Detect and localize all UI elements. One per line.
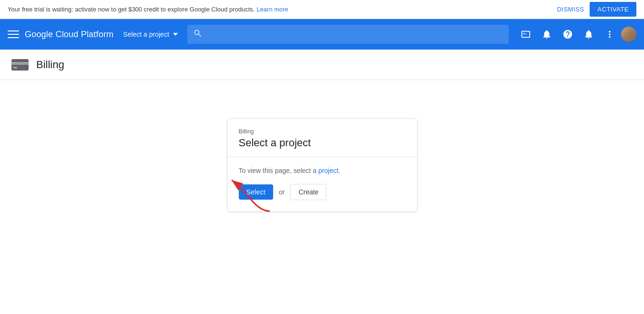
trial-banner-message: Your free trial is waiting: activate now… bbox=[8, 6, 288, 13]
card-message: To view this page, select a project. bbox=[239, 167, 406, 174]
trial-banner-actions: DISMISS ACTIVATE bbox=[557, 2, 636, 17]
alert-icon[interactable] bbox=[537, 25, 556, 44]
trial-banner: Your free trial is waiting: activate now… bbox=[0, 0, 644, 19]
project-selector[interactable]: Select a project bbox=[119, 29, 182, 40]
trial-message-text: Your free trial is waiting: activate now… bbox=[8, 6, 255, 13]
page-header: Billing bbox=[0, 50, 644, 80]
card-title: Select a project bbox=[239, 137, 406, 149]
avatar[interactable] bbox=[621, 27, 636, 42]
nav-right bbox=[516, 25, 636, 44]
card-body: To view this page, select a project. Sel… bbox=[227, 157, 417, 212]
message-suffix: . bbox=[338, 167, 340, 174]
page-title: Billing bbox=[36, 59, 64, 71]
cloud-shell-icon[interactable] bbox=[516, 25, 535, 44]
project-link[interactable]: project bbox=[318, 167, 338, 174]
nav-left: Google Cloud Platform Select a project bbox=[8, 25, 509, 44]
card-actions: Select or Create bbox=[239, 184, 406, 200]
select-project-card: Billing Select a project To view this pa… bbox=[227, 118, 418, 212]
app-logo: Google Cloud Platform bbox=[25, 30, 113, 40]
select-button[interactable]: Select bbox=[239, 184, 273, 200]
search-icon bbox=[193, 29, 203, 40]
menu-icon[interactable] bbox=[8, 29, 19, 40]
dismiss-button[interactable]: DISMISS bbox=[557, 6, 584, 13]
message-prefix: To view this page, select a bbox=[239, 167, 317, 174]
project-selector-label: Select a project bbox=[123, 30, 169, 38]
billing-icon bbox=[11, 59, 29, 71]
or-text: or bbox=[279, 188, 285, 196]
card-header: Billing Select a project bbox=[227, 119, 417, 157]
chevron-down-icon bbox=[173, 33, 178, 36]
main-content: Billing Select a project To view this pa… bbox=[0, 80, 644, 212]
activate-button[interactable]: ACTIVATE bbox=[590, 2, 636, 17]
learn-more-link[interactable]: Learn more bbox=[256, 6, 288, 13]
search-bar bbox=[187, 25, 509, 44]
top-nav: Google Cloud Platform Select a project bbox=[0, 19, 644, 50]
notifications-icon[interactable] bbox=[579, 25, 598, 44]
search-input[interactable] bbox=[187, 25, 509, 44]
help-icon[interactable] bbox=[558, 25, 577, 44]
card-breadcrumb: Billing bbox=[239, 128, 406, 135]
more-options-icon[interactable] bbox=[600, 25, 619, 44]
create-button[interactable]: Create bbox=[290, 184, 327, 200]
